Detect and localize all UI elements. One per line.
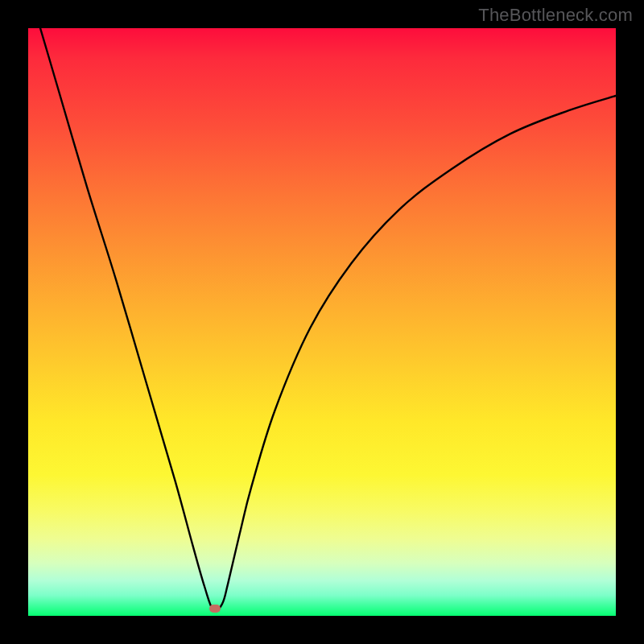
watermark-text: TheBottleneck.com — [478, 5, 633, 26]
bottleneck-curve — [28, 28, 616, 611]
plot-area — [28, 28, 616, 616]
chart-frame: TheBottleneck.com — [0, 0, 644, 644]
optimal-point-marker — [209, 605, 221, 613]
curve-layer — [28, 28, 616, 616]
